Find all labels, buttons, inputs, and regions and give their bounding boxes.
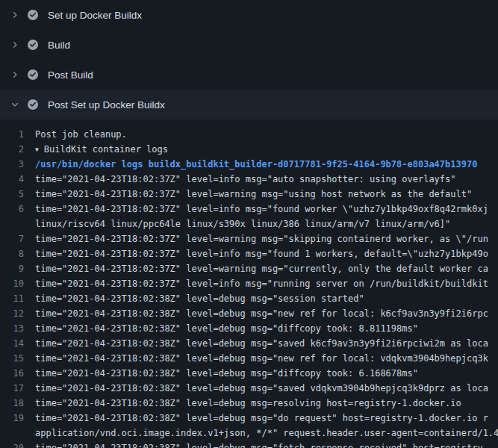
step-header[interactable]: Build [0, 30, 498, 60]
log-line: linux/riscv64 linux/ppc64le linux/s390x … [0, 217, 498, 231]
log-line-text: time="2021-04-23T18:02:37Z" level=info m… [35, 246, 498, 261]
chevron-down-icon [9, 99, 21, 111]
log-line-text: time="2021-04-23T18:02:38Z" level=debug … [35, 351, 498, 366]
log-line-text: time="2021-04-23T18:02:37Z" level=info m… [35, 172, 498, 187]
step-label: Post Build [48, 69, 93, 81]
log-line: 5 time="2021-04-23T18:02:37Z" level=warn… [0, 187, 498, 202]
log-line: 7 time="2021-04-23T18:02:37Z" level=warn… [0, 231, 498, 246]
log-line-text: time="2021-04-23T18:02:38Z" level=debug … [35, 306, 498, 321]
chevron-right-icon [9, 69, 21, 81]
group-toggle-icon[interactable]: ▼ [35, 143, 39, 157]
log-line: 19 time="2021-04-23T18:02:38Z" level=deb… [0, 411, 498, 426]
log-line-number[interactable]: 15 [0, 351, 35, 366]
log-line-text: time="2021-04-23T18:02:38Z" level=debug … [35, 441, 498, 448]
step-label: Set up Docker Buildx [48, 10, 142, 21]
log-lines: 1 Post job cleanup. 2 ▼BuildKit containe… [0, 119, 498, 448]
log-line-number[interactable]: 10 [0, 276, 35, 291]
log-line-number[interactable]: 20 [0, 441, 35, 448]
check-circle-icon [27, 69, 39, 81]
chevron-right-icon [9, 9, 21, 21]
check-circle-icon [27, 99, 39, 111]
log-line-number[interactable]: 6 [0, 202, 35, 217]
log-line-number[interactable]: 11 [0, 291, 35, 306]
log-line: 17 time="2021-04-23T18:02:38Z" level=deb… [0, 381, 498, 396]
log-line: 3 /usr/bin/docker logs buildx_buildkit_b… [0, 157, 498, 172]
log-line: 4 time="2021-04-23T18:02:37Z" level=info… [0, 172, 498, 187]
log-line-number[interactable]: 4 [0, 172, 35, 187]
log-line-text: time="2021-04-23T18:02:38Z" level=debug … [35, 396, 498, 411]
log-line: 2 ▼BuildKit container logs [0, 142, 498, 157]
log-line-number[interactable]: 12 [0, 306, 35, 321]
log-line-number[interactable]: 13 [0, 321, 35, 336]
log-line-text: time="2021-04-23T18:02:38Z" level=debug … [35, 366, 498, 381]
log-line: application/vnd.oci.image.index.v1+json,… [0, 426, 498, 441]
log-line: 13 time="2021-04-23T18:02:38Z" level=deb… [0, 321, 498, 336]
log-line-text: Post job cleanup. [35, 127, 498, 142]
log-line: 10 time="2021-04-23T18:02:37Z" level=inf… [0, 276, 498, 291]
log-line-text: time="2021-04-23T18:02:38Z" level=debug … [35, 321, 498, 336]
log-line-number[interactable]: 9 [0, 261, 35, 276]
log-line: 20 time="2021-04-23T18:02:38Z" level=deb… [0, 441, 498, 448]
step-header[interactable]: Set up Docker Buildx [0, 0, 498, 30]
steps-list: Set up Docker Buildx Build P [0, 0, 498, 119]
log-line-number[interactable]: 17 [0, 381, 35, 396]
log-line-number[interactable]: 5 [0, 187, 35, 202]
log-line-text: time="2021-04-23T18:02:38Z" level=debug … [35, 291, 498, 306]
step-label: Post Set up Docker Buildx [48, 99, 165, 111]
log-line: 18 time="2021-04-23T18:02:38Z" level=deb… [0, 396, 498, 411]
log-line: 8 time="2021-04-23T18:02:37Z" level=info… [0, 246, 498, 261]
log-line-text: time="2021-04-23T18:02:38Z" level=debug … [35, 336, 498, 351]
log-line-text: time="2021-04-23T18:02:37Z" level=info m… [35, 276, 498, 291]
check-circle-icon [27, 39, 39, 51]
log-line-number[interactable] [0, 426, 35, 441]
log-line-text: time="2021-04-23T18:02:37Z" level=warnin… [35, 261, 498, 276]
log-line: 11 time="2021-04-23T18:02:38Z" level=deb… [0, 291, 498, 306]
log-line-text: time="2021-04-23T18:02:37Z" level=warnin… [35, 231, 498, 246]
log-line: 16 time="2021-04-23T18:02:38Z" level=deb… [0, 366, 498, 381]
log-line-number[interactable]: 16 [0, 366, 35, 381]
log-line-text: time="2021-04-23T18:02:38Z" level=debug … [35, 381, 498, 396]
actions-log-viewer: Set up Docker Buildx Build P [0, 0, 498, 448]
group-label: BuildKit container logs [44, 144, 168, 155]
chevron-right-icon [9, 39, 21, 51]
log-line-text: /usr/bin/docker logs buildx_buildkit_bui… [35, 157, 498, 172]
log-line-number[interactable]: 18 [0, 396, 35, 411]
step-header[interactable]: Post Build [0, 60, 498, 90]
log-line: 14 time="2021-04-23T18:02:38Z" level=deb… [0, 336, 498, 351]
log-line: 1 Post job cleanup. [0, 127, 498, 142]
log-line-number[interactable] [0, 217, 35, 231]
log-line-text: ▼BuildKit container logs [35, 142, 498, 157]
log-line-number[interactable]: 2 [0, 142, 35, 157]
log-line: 15 time="2021-04-23T18:02:38Z" level=deb… [0, 351, 498, 366]
log-line-text: time="2021-04-23T18:02:37Z" level=info m… [35, 202, 498, 217]
log-line-text: time="2021-04-23T18:02:38Z" level=debug … [35, 411, 498, 426]
log-line-text: application/vnd.oci.image.index.v1+json,… [35, 426, 498, 441]
log-line-number[interactable]: 19 [0, 411, 35, 426]
check-circle-icon [27, 9, 39, 21]
log-line-text: linux/riscv64 linux/ppc64le linux/s390x … [35, 217, 498, 231]
log-line: 12 time="2021-04-23T18:02:38Z" level=deb… [0, 306, 498, 321]
log-line: 6 time="2021-04-23T18:02:37Z" level=info… [0, 202, 498, 217]
log-line-number[interactable]: 8 [0, 246, 35, 261]
log-line-number[interactable]: 3 [0, 157, 35, 172]
step-header[interactable]: Post Set up Docker Buildx [0, 90, 498, 119]
log-line: 9 time="2021-04-23T18:02:37Z" level=warn… [0, 261, 498, 276]
log-line-number[interactable]: 14 [0, 336, 35, 351]
log-line-number[interactable]: 1 [0, 127, 35, 142]
step-label: Build [48, 40, 70, 51]
log-line-number[interactable]: 7 [0, 231, 35, 246]
log-line-text: time="2021-04-23T18:02:37Z" level=warnin… [35, 187, 498, 202]
